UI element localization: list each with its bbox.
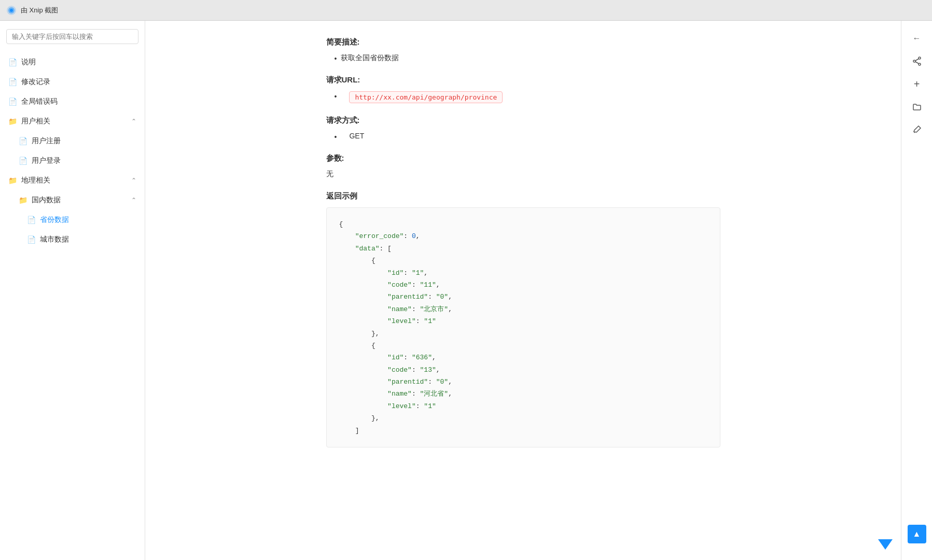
doc-icon: 📄 [8, 58, 17, 66]
code-level2-val: "1" [424, 402, 436, 410]
right-toolbar: ← + ▲ [901, 21, 932, 560]
section-example: 返回示例 { "error_code": 0, "data": [ { "id"… [326, 191, 720, 447]
code-parentid2-val: "0" [436, 378, 448, 386]
sidebar-item-city[interactable]: 📄 城市数据 [0, 230, 145, 249]
main-container: 📄 说明 📄 修改记录 📄 全局错误码 📁 用户相关 ⌃ 📄 用户注册 [0, 21, 932, 560]
sidebar-item-province[interactable]: 📄 省份数据 [0, 210, 145, 230]
code-brace-open: { [339, 220, 343, 228]
pencil-icon [912, 125, 922, 134]
summary-text: 获取全国省份数据 [341, 53, 399, 63]
sidebar-item-user-login[interactable]: 📄 用户登录 [0, 151, 145, 171]
search-input[interactable] [6, 29, 138, 44]
section-params-title: 参数: [326, 153, 720, 163]
code-obj2-close: }, [339, 414, 380, 422]
folder-left: 📁 用户相关 [8, 117, 50, 126]
doc-icon-2: 📄 [8, 78, 17, 86]
code-id2-key: "id" [339, 354, 404, 361]
section-example-title: 返回示例 [326, 191, 720, 201]
domestic-left: 📁 国内数据 [19, 195, 61, 205]
folder-icon-user: 📁 [8, 117, 17, 125]
share-button[interactable] [908, 52, 926, 71]
edit-button[interactable] [908, 120, 926, 139]
code-data-key: "data" [339, 245, 380, 253]
section-params: 参数: 无 [326, 153, 720, 179]
sidebar-folder-domestic-label: 国内数据 [32, 195, 61, 205]
code-level2-key: "level" [339, 402, 416, 410]
chevron-up-icon-domestic: ⌃ [131, 197, 136, 204]
section-summary: 简要描述: • 获取全国省份数据 [326, 37, 720, 63]
sidebar-item-note-label: 说明 [21, 58, 36, 67]
summary-bullet: • 获取全国省份数据 [335, 53, 720, 63]
content-area: 简要描述: • 获取全国省份数据 请求URL: • http://xx.com/… [145, 21, 901, 560]
section-summary-title: 简要描述: [326, 37, 720, 47]
sidebar-item-user-register[interactable]: 📄 用户注册 [0, 131, 145, 151]
code-id2-val: "636" [412, 354, 432, 361]
doc-icon-5: 📄 [19, 157, 27, 165]
add-button[interactable]: + [908, 75, 926, 93]
app-icon [6, 5, 17, 16]
section-method: 请求方式: • GET [326, 116, 720, 141]
method-text: GET [349, 132, 364, 140]
code-name2-key: "name" [339, 390, 412, 398]
chevron-up-icon-user: ⌃ [131, 118, 136, 125]
url-chip[interactable]: http://xx.com/api/geograph/province [349, 91, 503, 103]
section-url-title: 请求URL: [326, 75, 720, 85]
sidebar-item-note[interactable]: 📄 说明 [0, 52, 145, 72]
back-button[interactable]: ← [908, 29, 926, 48]
method-bullet: • GET [335, 132, 720, 141]
folder-icon-geo: 📁 [8, 176, 17, 185]
chevron-up-icon-geo: ⌃ [131, 177, 136, 184]
code-parentid2-key: "parentid" [339, 378, 428, 386]
doc-icon-province: 📄 [27, 216, 36, 224]
sidebar-folder-user-label: 用户相关 [21, 117, 50, 126]
svg-point-4 [919, 63, 921, 65]
svg-line-6 [915, 59, 919, 61]
sidebar-item-changelog[interactable]: 📄 修改记录 [0, 72, 145, 92]
content-inner: 简要描述: • 获取全国省份数据 请求URL: • http://xx.com/… [305, 21, 741, 477]
app-title: 由 Xnip 截图 [21, 6, 58, 15]
svg-line-7 [915, 62, 919, 64]
sidebar-folder-user[interactable]: 📁 用户相关 ⌃ [0, 111, 145, 131]
code-parentid1-key: "parentid" [339, 293, 428, 301]
code-block: { "error_code": 0, "data": [ { "id": "1"… [326, 207, 720, 447]
code-obj1-open: { [339, 257, 375, 264]
sidebar-folder-geo-label: 地理相关 [21, 176, 50, 185]
code-name1-val: "北京市" [420, 305, 449, 313]
scroll-to-bottom-button[interactable] [878, 539, 893, 550]
code-id1-val: "1" [412, 269, 424, 277]
code-level1-key: "level" [339, 317, 416, 325]
folder-icon [912, 102, 922, 111]
doc-icon-3: 📄 [8, 97, 17, 106]
code-code2-key: "code" [339, 366, 412, 374]
url-bullet-dot: • [335, 92, 337, 101]
code-obj2-open: { [339, 342, 375, 349]
code-array-close: ] [339, 427, 359, 435]
code-error-val: 0 [412, 232, 416, 240]
title-bar: 由 Xnip 截图 [0, 0, 932, 21]
sidebar-item-user-register-label: 用户注册 [32, 136, 61, 146]
svg-point-5 [913, 60, 915, 62]
folder-left-geo: 📁 地理相关 [8, 176, 50, 185]
code-id1-key: "id" [339, 269, 404, 277]
section-url: 请求URL: • http://xx.com/api/geograph/prov… [326, 75, 720, 103]
sidebar-folder-domestic[interactable]: 📁 国内数据 ⌃ [0, 190, 145, 210]
doc-icon-4: 📄 [19, 137, 27, 145]
params-value: 无 [326, 170, 720, 179]
sidebar-item-user-login-label: 用户登录 [32, 156, 61, 165]
code-code2-val: "13" [420, 366, 436, 374]
folder-button[interactable] [908, 97, 926, 116]
section-method-title: 请求方式: [326, 116, 720, 125]
svg-point-2 [10, 9, 13, 12]
sidebar-item-changelog-label: 修改记录 [21, 77, 50, 87]
doc-icon-city: 📄 [27, 235, 36, 244]
url-bullet: • http://xx.com/api/geograph/province [335, 91, 720, 103]
code-name1-key: "name" [339, 305, 412, 313]
code-code1-key: "code" [339, 281, 412, 289]
sidebar-item-province-label: 省份数据 [40, 215, 69, 225]
sidebar-item-global-errors-label: 全局错误码 [21, 97, 58, 106]
up-button[interactable]: ▲ [908, 525, 926, 543]
sidebar-folder-geo[interactable]: 📁 地理相关 ⌃ [0, 171, 145, 190]
sidebar-item-global-errors[interactable]: 📄 全局错误码 [0, 92, 145, 111]
share-icon [912, 57, 922, 66]
method-bullet-dot: • [335, 133, 337, 141]
